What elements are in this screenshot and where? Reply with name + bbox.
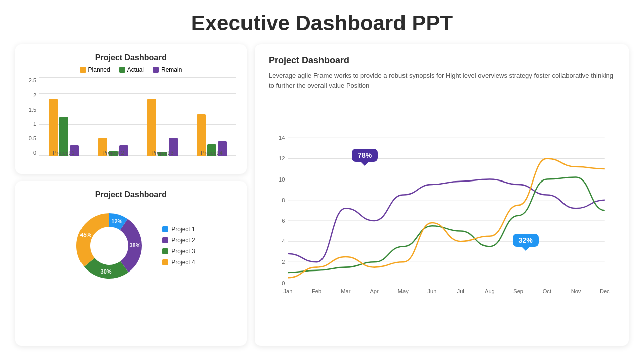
bar-group-3: Project 3 bbox=[138, 99, 187, 156]
donut-label-4: 45% bbox=[80, 232, 92, 238]
svg-text:Jan: Jan bbox=[283, 288, 292, 294]
svg-text:Feb: Feb bbox=[312, 288, 321, 294]
bar-chart-inner: Project 1Project 2Project 3Project 4 bbox=[39, 77, 236, 167]
line-chart-svg: 02468101214JanFebMarAprMayJunJulAugSepOc… bbox=[269, 96, 615, 338]
svg-text:Jun: Jun bbox=[428, 288, 437, 294]
bar-group-label-2: Project 2 bbox=[89, 150, 138, 156]
bar-group-label-3: Project 3 bbox=[138, 150, 187, 156]
bar-group-2: Project 2 bbox=[89, 138, 138, 156]
bar-chart-wrap: 2.5 2 1.5 1 0.5 0 bbox=[25, 77, 236, 167]
svg-text:May: May bbox=[398, 288, 409, 294]
svg-text:Nov: Nov bbox=[571, 288, 581, 294]
remain-dot bbox=[153, 67, 159, 73]
legend-actual: Actual bbox=[119, 66, 144, 73]
project3-legend-label: Project 3 bbox=[171, 248, 195, 255]
line-chart-container: 02468101214JanFebMarAprMayJunJulAugSepOc… bbox=[269, 96, 615, 338]
project2-box bbox=[162, 237, 168, 243]
bar-legend: Planned Actual Remain bbox=[25, 66, 236, 73]
donut-legend-project1: Project 1 bbox=[162, 226, 195, 233]
project4-box bbox=[162, 259, 168, 265]
right-panel: Project Dashboard Leverage agile Frame w… bbox=[255, 44, 629, 346]
project1-box bbox=[162, 226, 168, 232]
svg-text:14: 14 bbox=[279, 135, 285, 141]
svg-text:Apr: Apr bbox=[370, 288, 379, 294]
svg-text:0: 0 bbox=[282, 280, 285, 286]
remain-label: Remain bbox=[161, 66, 182, 73]
svg-text:Jul: Jul bbox=[457, 288, 464, 294]
donut-segment-4 bbox=[76, 213, 109, 266]
svg-text:6: 6 bbox=[282, 218, 285, 224]
svg-text:8: 8 bbox=[282, 197, 285, 203]
bar-chart-title: Project Dashboard bbox=[25, 53, 236, 62]
project3-box bbox=[162, 248, 168, 254]
donut-chart-title: Project Dashboard bbox=[25, 190, 236, 199]
project2-legend-label: Project 2 bbox=[171, 237, 195, 244]
donut-label-2: 38% bbox=[130, 242, 141, 248]
donut-legend-project3: Project 3 bbox=[162, 248, 195, 255]
bar-chart-card: Project Dashboard Planned Actual Remain bbox=[15, 44, 247, 174]
left-panel: Project Dashboard Planned Actual Remain bbox=[15, 44, 247, 346]
bar-3-0 bbox=[147, 99, 156, 156]
donut-legend: Project 1 Project 2 Project 3 Project 4 bbox=[162, 226, 195, 266]
line-chart-title: Project Dashboard bbox=[269, 55, 615, 66]
svg-text:Sep: Sep bbox=[513, 288, 523, 294]
planned-label: Planned bbox=[88, 66, 110, 73]
svg-text:2: 2 bbox=[282, 259, 285, 265]
actual-label: Actual bbox=[127, 66, 144, 73]
svg-text:Dec: Dec bbox=[600, 288, 610, 294]
bar-group-4: Project 4 bbox=[187, 114, 236, 156]
page-title: Executive Dashboard PPT bbox=[0, 0, 644, 44]
svg-text:Oct: Oct bbox=[543, 288, 551, 294]
svg-text:12: 12 bbox=[279, 155, 285, 161]
project4-legend-label: Project 4 bbox=[171, 259, 195, 266]
bar-chart-area: Planned Actual Remain 2.5 2 1. bbox=[25, 66, 236, 167]
legend-planned: Planned bbox=[80, 66, 110, 73]
bar-1-0 bbox=[49, 99, 58, 156]
donut-chart-card: Project Dashboard 12%38%30%45% Project 1… bbox=[15, 181, 247, 346]
svg-text:Aug: Aug bbox=[485, 288, 495, 294]
planned-dot bbox=[80, 67, 86, 73]
donut-legend-project4: Project 4 bbox=[162, 259, 195, 266]
donut-legend-project2: Project 2 bbox=[162, 237, 195, 244]
bar-groups: Project 1Project 2Project 3Project 4 bbox=[39, 77, 236, 167]
svg-text:10: 10 bbox=[279, 176, 285, 183]
bar-group-1: Project 1 bbox=[39, 99, 89, 156]
line-series-2 bbox=[288, 158, 604, 278]
actual-dot bbox=[119, 67, 125, 73]
project1-legend-label: Project 1 bbox=[171, 226, 195, 233]
svg-text:4: 4 bbox=[282, 238, 285, 244]
legend-remain: Remain bbox=[153, 66, 182, 73]
bar-group-label-1: Project 1 bbox=[39, 150, 89, 156]
bar-group-label-4: Project 4 bbox=[187, 150, 236, 156]
donut-label-3: 30% bbox=[101, 268, 112, 275]
line-series-1 bbox=[288, 177, 604, 272]
line-chart-desc: Leverage agile Frame works to provide a … bbox=[269, 71, 615, 90]
svg-text:Mar: Mar bbox=[341, 288, 350, 294]
bar-y-axis: 2.5 2 1.5 1 0.5 0 bbox=[25, 77, 39, 167]
donut-section: 12%38%30%45% Project 1 Project 2 Project bbox=[25, 203, 236, 289]
donut-svg: 12%38%30%45% bbox=[66, 203, 152, 289]
donut-chart-svg-wrap: 12%38%30%45% bbox=[66, 203, 152, 289]
donut-label-1: 12% bbox=[112, 218, 123, 224]
